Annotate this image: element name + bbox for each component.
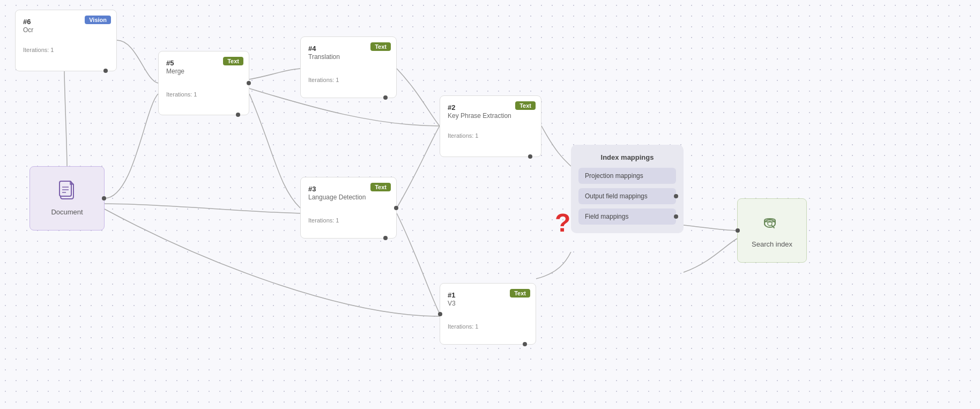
node-4-id: #4 xyxy=(308,44,316,53)
node-1[interactable]: #1 Text V3 Iterations: 1 xyxy=(440,283,536,345)
node-1-type: V3 xyxy=(448,300,528,307)
node-5-id: #5 xyxy=(166,59,174,67)
node-6-badge: Vision xyxy=(85,16,111,24)
node-2-badge: Text xyxy=(515,101,536,110)
node-6-type: Ocr xyxy=(23,26,109,34)
node-3-id: #3 xyxy=(308,185,316,193)
node-5-type: Merge xyxy=(166,68,241,75)
node-5-iterations: Iterations: 1 xyxy=(166,91,241,98)
output-field-mappings[interactable]: Output field mappings xyxy=(578,188,676,204)
node-4-iterations: Iterations: 1 xyxy=(308,77,389,83)
node-2-type: Key Phrase Extraction xyxy=(448,112,533,120)
index-mappings-title: Index mappings xyxy=(578,153,676,161)
node-1-badge: Text xyxy=(510,289,530,298)
document-icon xyxy=(58,181,76,204)
node-6[interactable]: #6 Vision Ocr Iterations: 1 xyxy=(15,10,117,71)
projection-mappings[interactable]: Projection mappings xyxy=(578,168,676,184)
node-3-badge: Text xyxy=(370,183,391,191)
node-6-id: #6 xyxy=(23,18,31,26)
node-5[interactable]: #5 Text Merge Iterations: 1 xyxy=(158,51,249,115)
document-node[interactable]: Document xyxy=(29,166,105,230)
svg-rect-0 xyxy=(60,181,71,196)
node-4-type: Translation xyxy=(308,53,389,61)
search-index-label: Search index xyxy=(752,240,792,248)
question-mark: ? xyxy=(555,208,570,237)
node-6-iterations: Iterations: 1 xyxy=(23,47,109,53)
node-3[interactable]: #3 Text Language Detection Iterations: 1 xyxy=(300,177,397,239)
node-4[interactable]: #4 Text Translation Iterations: 1 xyxy=(300,36,397,98)
index-mappings: Index mappings Projection mappings Outpu… xyxy=(571,145,684,233)
node-4-badge: Text xyxy=(370,42,391,51)
search-index-node[interactable]: Search index xyxy=(737,198,807,263)
node-1-iterations: Iterations: 1 xyxy=(448,323,528,330)
node-2[interactable]: #2 Text Key Phrase Extraction Iterations… xyxy=(440,95,541,157)
node-3-type: Language Detection xyxy=(308,194,389,201)
node-5-badge: Text xyxy=(223,57,243,65)
node-2-iterations: Iterations: 1 xyxy=(448,132,533,139)
node-2-id: #2 xyxy=(448,103,455,111)
node-3-iterations: Iterations: 1 xyxy=(308,217,389,224)
field-mappings[interactable]: Field mappings xyxy=(578,209,676,225)
node-1-id: #1 xyxy=(448,291,455,299)
document-label: Document xyxy=(51,208,83,216)
search-index-icon xyxy=(762,213,782,236)
